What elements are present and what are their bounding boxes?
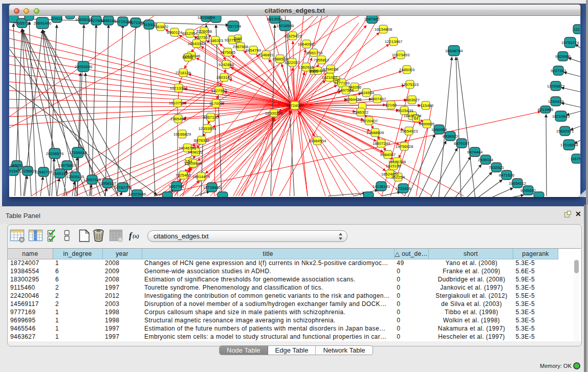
svg-text:6794028: 6794028: [323, 67, 338, 72]
svg-text:546: 546: [234, 36, 241, 41]
svg-text:8267130: 8267130: [203, 115, 219, 120]
svg-text:12923466: 12923466: [128, 192, 146, 196]
svg-text:7955812: 7955812: [314, 58, 329, 62]
svg-text:1545194: 1545194: [52, 171, 68, 176]
svg-text:9699695: 9699695: [419, 122, 435, 126]
svg-text:12213967: 12213967: [385, 39, 403, 44]
svg-text:8878332: 8878332: [194, 138, 209, 143]
svg-text:2718126: 2718126: [176, 71, 191, 75]
svg-text:16914479: 16914479: [192, 174, 210, 179]
svg-text:8960124: 8960124: [167, 30, 183, 35]
svg-text:15720407: 15720407: [360, 119, 378, 123]
svg-text:6879197: 6879197: [454, 141, 469, 146]
svg-text:8471626: 8471626: [499, 173, 514, 178]
svg-text:15751074: 15751074: [561, 40, 579, 45]
svg-text:1117: 1117: [574, 27, 580, 32]
svg-text:20691406: 20691406: [34, 21, 52, 26]
svg-text:7663822: 7663822: [153, 25, 168, 29]
svg-text:12975115: 12975115: [401, 82, 419, 87]
svg-text:2803144: 2803144: [216, 75, 232, 80]
svg-text:3875685: 3875685: [220, 50, 236, 55]
svg-text:16154808: 16154808: [375, 27, 393, 32]
svg-text:19384554: 19384554: [309, 139, 326, 143]
svg-text:12505135: 12505135: [67, 174, 84, 179]
svg-text:1965493: 1965493: [170, 117, 186, 121]
svg-text:9242848: 9242848: [219, 62, 234, 67]
svg-text:15716485: 15716485: [203, 185, 221, 190]
svg-text:18300295: 18300295: [265, 111, 283, 116]
svg-text:64: 64: [414, 116, 419, 121]
svg-text:9084067: 9084067: [380, 152, 396, 157]
svg-text:7986322: 7986322: [353, 110, 368, 115]
svg-text:16648784: 16648784: [445, 49, 463, 53]
svg-text:9146821: 9146821: [258, 53, 274, 57]
svg-text:18724007: 18724007: [286, 103, 304, 108]
svg-text:8427552: 8427552: [211, 89, 227, 93]
svg-text:5226058: 5226058: [197, 29, 212, 34]
svg-text:16782759: 16782759: [114, 185, 132, 190]
svg-text:10973493: 10973493: [392, 53, 410, 57]
svg-text:9777169: 9777169: [334, 81, 350, 85]
svg-text:11325419: 11325419: [284, 34, 301, 38]
svg-text:16640910: 16640910: [298, 42, 316, 47]
svg-text:20364436: 20364436: [344, 97, 362, 102]
svg-text:9657791: 9657791: [169, 184, 184, 189]
svg-text:9329966: 9329966: [555, 54, 571, 59]
svg-text:8813054: 8813054: [267, 17, 283, 21]
svg-text:12156829: 12156829: [19, 169, 37, 173]
svg-text:16033809: 16033809: [198, 16, 215, 20]
svg-text:10688609: 10688609: [366, 130, 384, 135]
svg-text:7357224: 7357224: [226, 24, 242, 29]
svg-text:9474444: 9474444: [467, 150, 483, 155]
svg-text:917006: 917006: [209, 101, 223, 106]
svg-text:15409949: 15409949: [184, 161, 202, 166]
svg-text:20053346: 20053346: [75, 64, 93, 69]
svg-text:16961753: 16961753: [305, 51, 323, 55]
svg-text:1615132: 1615132: [386, 164, 401, 168]
svg-text:8186323: 8186323: [208, 38, 223, 43]
svg-text:16107553: 16107553: [169, 101, 187, 105]
svg-text:10654112: 10654112: [509, 181, 526, 186]
svg-text:10807467: 10807467: [368, 97, 386, 101]
svg-text:1733426: 1733426: [396, 186, 411, 191]
svg-text:12093872: 12093872: [547, 84, 565, 89]
svg-text:12942737: 12942737: [35, 170, 53, 174]
svg-text:19654923: 19654923: [400, 129, 418, 134]
svg-text:16210643: 16210643: [552, 114, 570, 119]
svg-text:19166829: 19166829: [173, 132, 191, 137]
svg-text:98961: 98961: [182, 55, 193, 60]
svg-text:19975867: 19975867: [58, 163, 76, 168]
svg-text:1498222: 1498222: [188, 150, 203, 155]
svg-text:7485003: 7485003: [399, 68, 415, 72]
svg-text:62160: 62160: [385, 103, 397, 107]
svg-text:1244419: 1244419: [548, 99, 563, 104]
svg-text:14136141: 14136141: [373, 184, 390, 189]
svg-text:9115460: 9115460: [418, 103, 433, 108]
svg-text:1640954: 1640954: [431, 127, 447, 132]
svg-text:3624554: 3624554: [359, 91, 375, 95]
svg-text:7632621: 7632621: [489, 165, 504, 170]
svg-text:9227343: 9227343: [551, 69, 566, 73]
svg-text:9245652: 9245652: [520, 188, 536, 193]
svg-text:116753: 116753: [570, 157, 580, 161]
svg-text:7625402: 7625402: [176, 173, 191, 178]
svg-text:17359928: 17359928: [69, 150, 87, 155]
svg-text:(x): (x): [133, 233, 139, 239]
svg-text:2087662: 2087662: [364, 17, 380, 21]
svg-text:6497568: 6497568: [338, 88, 354, 93]
svg-text:20911: 20911: [51, 16, 62, 21]
svg-text:18807249: 18807249: [373, 141, 390, 146]
svg-text:2935114: 2935114: [478, 158, 493, 162]
svg-text:17016504: 17016504: [560, 143, 578, 147]
svg-text:20206576: 20206576: [46, 151, 64, 156]
svg-text:19218506: 19218506: [276, 24, 294, 28]
svg-text:16495794: 16495794: [404, 114, 422, 118]
svg-text:252254: 252254: [391, 175, 405, 180]
svg-text:8213955: 8213955: [538, 107, 554, 112]
svg-text:16543382: 16543382: [188, 41, 206, 46]
svg-text:8938923: 8938923: [443, 134, 458, 139]
svg-text:985051: 985051: [10, 163, 24, 168]
svg-text:19756928: 19756928: [396, 144, 413, 149]
svg-text:5322037: 5322037: [285, 60, 300, 65]
svg-text:20055724: 20055724: [13, 21, 31, 26]
